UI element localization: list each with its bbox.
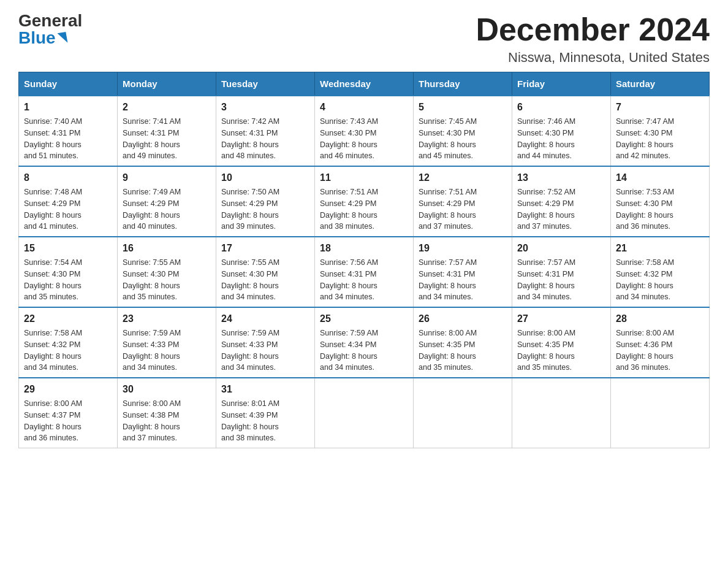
- table-row: [414, 378, 512, 448]
- day-info: Sunrise: 7:48 AMSunset: 4:29 PMDaylight:…: [24, 188, 82, 231]
- day-number: 7: [616, 100, 704, 115]
- day-info: Sunrise: 7:51 AMSunset: 4:29 PMDaylight:…: [320, 188, 378, 231]
- table-row: 5 Sunrise: 7:45 AMSunset: 4:30 PMDayligh…: [414, 96, 512, 166]
- day-number: 4: [320, 100, 408, 115]
- day-info: Sunrise: 8:00 AMSunset: 4:35 PMDaylight:…: [419, 329, 477, 372]
- table-row: 4 Sunrise: 7:43 AMSunset: 4:30 PMDayligh…: [315, 96, 414, 166]
- calendar-header-row: Sunday Monday Tuesday Wednesday Thursday…: [19, 72, 710, 96]
- day-number: 8: [24, 170, 112, 185]
- table-row: [611, 378, 710, 448]
- logo-triangle-icon: [57, 32, 67, 44]
- table-row: 22 Sunrise: 7:58 AMSunset: 4:32 PMDaylig…: [19, 307, 118, 378]
- table-row: 30 Sunrise: 8:00 AMSunset: 4:38 PMDaylig…: [118, 378, 216, 448]
- day-info: Sunrise: 8:01 AMSunset: 4:39 PMDaylight:…: [221, 399, 279, 442]
- day-number: 20: [517, 241, 605, 256]
- calendar-table: Sunday Monday Tuesday Wednesday Thursday…: [18, 72, 710, 448]
- day-info: Sunrise: 7:57 AMSunset: 4:31 PMDaylight:…: [419, 258, 477, 301]
- day-info: Sunrise: 7:53 AMSunset: 4:30 PMDaylight:…: [616, 188, 674, 231]
- day-info: Sunrise: 7:49 AMSunset: 4:29 PMDaylight:…: [123, 188, 181, 231]
- day-number: 29: [24, 382, 112, 397]
- table-row: 6 Sunrise: 7:46 AMSunset: 4:30 PMDayligh…: [512, 96, 611, 166]
- col-friday: Friday: [512, 72, 611, 96]
- day-info: Sunrise: 7:51 AMSunset: 4:29 PMDaylight:…: [419, 188, 477, 231]
- col-tuesday: Tuesday: [216, 72, 315, 96]
- day-info: Sunrise: 7:59 AMSunset: 4:34 PMDaylight:…: [320, 329, 378, 372]
- table-row: 17 Sunrise: 7:55 AMSunset: 4:30 PMDaylig…: [216, 237, 315, 307]
- day-number: 30: [123, 382, 211, 397]
- week-row-5: 29 Sunrise: 8:00 AMSunset: 4:37 PMDaylig…: [19, 378, 710, 448]
- table-row: 11 Sunrise: 7:51 AMSunset: 4:29 PMDaylig…: [315, 166, 414, 237]
- table-row: 9 Sunrise: 7:49 AMSunset: 4:29 PMDayligh…: [118, 166, 216, 237]
- table-row: 27 Sunrise: 8:00 AMSunset: 4:35 PMDaylig…: [512, 307, 611, 378]
- day-info: Sunrise: 7:59 AMSunset: 4:33 PMDaylight:…: [123, 329, 181, 372]
- day-info: Sunrise: 8:00 AMSunset: 4:38 PMDaylight:…: [123, 399, 181, 442]
- page-header: General Blue December 2024 Nisswa, Minne…: [18, 12, 710, 66]
- day-info: Sunrise: 7:40 AMSunset: 4:31 PMDaylight:…: [24, 117, 82, 160]
- day-number: 14: [616, 170, 704, 185]
- day-info: Sunrise: 7:47 AMSunset: 4:30 PMDaylight:…: [616, 117, 674, 160]
- day-number: 25: [320, 312, 408, 326]
- table-row: 31 Sunrise: 8:01 AMSunset: 4:39 PMDaylig…: [216, 378, 315, 448]
- table-row: 25 Sunrise: 7:59 AMSunset: 4:34 PMDaylig…: [315, 307, 414, 378]
- col-wednesday: Wednesday: [315, 72, 414, 96]
- day-info: Sunrise: 8:00 AMSunset: 4:37 PMDaylight:…: [24, 399, 82, 442]
- table-row: 18 Sunrise: 7:56 AMSunset: 4:31 PMDaylig…: [315, 237, 414, 307]
- day-info: Sunrise: 7:56 AMSunset: 4:31 PMDaylight:…: [320, 258, 378, 301]
- table-row: 29 Sunrise: 8:00 AMSunset: 4:37 PMDaylig…: [19, 378, 118, 448]
- table-row: 12 Sunrise: 7:51 AMSunset: 4:29 PMDaylig…: [414, 166, 512, 237]
- day-info: Sunrise: 7:50 AMSunset: 4:29 PMDaylight:…: [221, 188, 279, 231]
- week-row-4: 22 Sunrise: 7:58 AMSunset: 4:32 PMDaylig…: [19, 307, 710, 378]
- day-number: 19: [419, 241, 507, 256]
- day-number: 3: [221, 100, 309, 115]
- table-row: 21 Sunrise: 7:58 AMSunset: 4:32 PMDaylig…: [611, 237, 710, 307]
- week-row-1: 1 Sunrise: 7:40 AMSunset: 4:31 PMDayligh…: [19, 96, 710, 166]
- table-row: [315, 378, 414, 448]
- day-number: 2: [123, 100, 211, 115]
- day-number: 24: [221, 312, 309, 326]
- week-row-2: 8 Sunrise: 7:48 AMSunset: 4:29 PMDayligh…: [19, 166, 710, 237]
- day-number: 18: [320, 241, 408, 256]
- day-number: 26: [419, 312, 507, 326]
- table-row: 14 Sunrise: 7:53 AMSunset: 4:30 PMDaylig…: [611, 166, 710, 237]
- col-sunday: Sunday: [19, 72, 118, 96]
- day-number: 13: [517, 170, 605, 185]
- day-number: 1: [24, 100, 112, 115]
- location-subtitle: Nisswa, Minnesota, United States: [476, 50, 710, 66]
- day-number: 10: [221, 170, 309, 185]
- table-row: 8 Sunrise: 7:48 AMSunset: 4:29 PMDayligh…: [19, 166, 118, 237]
- day-number: 15: [24, 241, 112, 256]
- table-row: 1 Sunrise: 7:40 AMSunset: 4:31 PMDayligh…: [19, 96, 118, 166]
- day-number: 17: [221, 241, 309, 256]
- table-row: [512, 378, 611, 448]
- table-row: 28 Sunrise: 8:00 AMSunset: 4:36 PMDaylig…: [611, 307, 710, 378]
- day-info: Sunrise: 7:58 AMSunset: 4:32 PMDaylight:…: [616, 258, 674, 301]
- table-row: 19 Sunrise: 7:57 AMSunset: 4:31 PMDaylig…: [414, 237, 512, 307]
- day-number: 12: [419, 170, 507, 185]
- day-number: 22: [24, 312, 112, 326]
- day-info: Sunrise: 7:52 AMSunset: 4:29 PMDaylight:…: [517, 188, 575, 231]
- logo-blue-text: Blue: [18, 29, 67, 47]
- day-info: Sunrise: 7:55 AMSunset: 4:30 PMDaylight:…: [221, 258, 279, 301]
- day-info: Sunrise: 7:42 AMSunset: 4:31 PMDaylight:…: [221, 117, 279, 160]
- day-number: 31: [221, 382, 309, 397]
- col-saturday: Saturday: [611, 72, 710, 96]
- day-number: 16: [123, 241, 211, 256]
- title-block: December 2024 Nisswa, Minnesota, United …: [476, 12, 710, 66]
- col-thursday: Thursday: [414, 72, 512, 96]
- table-row: 16 Sunrise: 7:55 AMSunset: 4:30 PMDaylig…: [118, 237, 216, 307]
- day-number: 21: [616, 241, 704, 256]
- week-row-3: 15 Sunrise: 7:54 AMSunset: 4:30 PMDaylig…: [19, 237, 710, 307]
- day-info: Sunrise: 8:00 AMSunset: 4:36 PMDaylight:…: [616, 329, 674, 372]
- table-row: 23 Sunrise: 7:59 AMSunset: 4:33 PMDaylig…: [118, 307, 216, 378]
- day-number: 11: [320, 170, 408, 185]
- day-number: 27: [517, 312, 605, 326]
- table-row: 10 Sunrise: 7:50 AMSunset: 4:29 PMDaylig…: [216, 166, 315, 237]
- table-row: 24 Sunrise: 7:59 AMSunset: 4:33 PMDaylig…: [216, 307, 315, 378]
- table-row: 15 Sunrise: 7:54 AMSunset: 4:30 PMDaylig…: [19, 237, 118, 307]
- table-row: 20 Sunrise: 7:57 AMSunset: 4:31 PMDaylig…: [512, 237, 611, 307]
- day-info: Sunrise: 7:57 AMSunset: 4:31 PMDaylight:…: [517, 258, 575, 301]
- day-info: Sunrise: 7:43 AMSunset: 4:30 PMDaylight:…: [320, 117, 378, 160]
- day-info: Sunrise: 7:46 AMSunset: 4:30 PMDaylight:…: [517, 117, 575, 160]
- day-info: Sunrise: 8:00 AMSunset: 4:35 PMDaylight:…: [517, 329, 575, 372]
- table-row: 3 Sunrise: 7:42 AMSunset: 4:31 PMDayligh…: [216, 96, 315, 166]
